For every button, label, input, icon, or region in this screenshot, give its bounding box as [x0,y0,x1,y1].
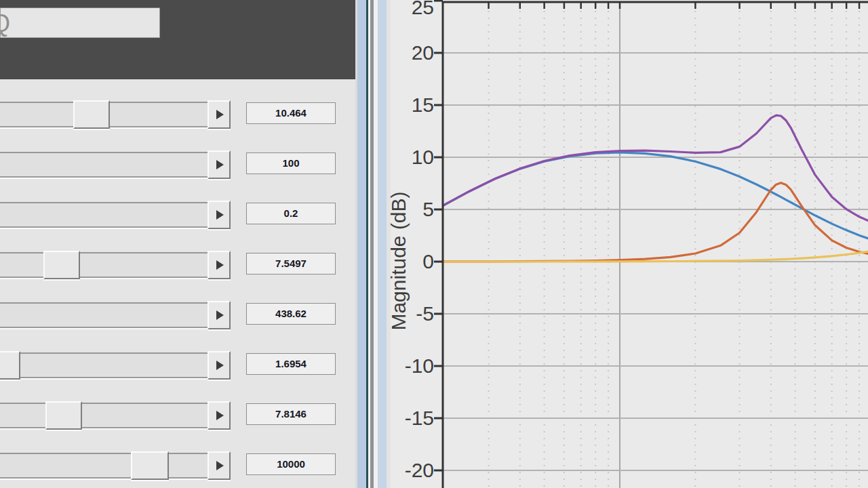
slider-track[interactable] [0,453,208,479]
right-arrow-icon [216,461,224,470]
slider-row: 100 [0,150,355,182]
slider-track[interactable] [0,352,208,378]
right-arrow-icon [216,110,224,119]
slider-right-arrow-button[interactable] [208,150,231,179]
slider-row: 7.5497 [0,251,355,282]
slider-value-field[interactable]: 7.5497 [246,253,336,274]
slider-track[interactable] [0,202,208,228]
y-tick-label: -10 [372,354,434,378]
slider-thumb[interactable] [73,100,110,129]
y-tick-label: -15 [372,407,434,430]
y-tick-label: 25 [372,0,434,19]
right-arrow-icon [216,361,224,370]
right-arrow-icon [216,310,224,320]
y-axis-label: Magnitude (dB) [387,191,410,330]
slider-value-field[interactable]: 100 [246,152,336,174]
slider-track[interactable] [0,152,208,178]
slider-thumb[interactable] [43,251,80,279]
slider-track[interactable] [0,302,208,328]
right-arrow-icon [216,160,224,169]
y-tick-label: -20 [372,459,434,482]
band1-response [443,152,868,239]
slider-thumb[interactable] [131,451,169,480]
slider-right-arrow-button[interactable] [208,251,231,279]
slider-thumb[interactable] [0,351,20,380]
slider-right-arrow-button[interactable] [208,301,231,329]
slider-track[interactable] [0,252,208,278]
band2-response [443,183,868,262]
slider-row: 7.8146 [0,401,355,432]
slider-value-field[interactable]: 7.8146 [246,403,336,425]
slider-value-field[interactable]: 10.464 [246,102,336,124]
title-input-text: Q [0,9,159,38]
slider-right-arrow-button[interactable] [208,451,231,480]
slider-row: 1.6954 [0,351,355,382]
slider-row: 0.2 [0,201,355,232]
slider-value-field[interactable]: 1.6954 [246,353,336,375]
slider-value-field[interactable]: 0.2 [246,203,336,224]
right-arrow-icon [216,260,224,270]
slider-row: 10000 [0,451,355,483]
total-response [443,115,868,221]
slider-row: 10.464 [0,100,355,131]
slider-right-arrow-button[interactable] [208,401,231,430]
right-arrow-icon [216,411,224,420]
band3-response [443,251,868,262]
slider-value-field[interactable]: 438.62 [246,303,336,325]
left-window-edge [357,0,366,488]
y-tick-label: 10 [372,146,434,169]
slider-thumb[interactable] [45,401,82,430]
slider-right-arrow-button[interactable] [208,351,231,380]
title-input[interactable]: Q [0,7,160,38]
control-panel: Q 10.464 100 0.2 7.5497 [0,0,355,488]
y-tick-label: 15 [372,94,434,117]
slider-row: 438.62 [0,301,355,332]
slider-right-arrow-button[interactable] [208,100,231,129]
y-tick-label: 20 [372,41,434,64]
slider-value-field[interactable]: 10000 [246,453,336,475]
slider-right-arrow-button[interactable] [208,201,231,229]
right-arrow-icon [216,210,224,220]
bode-magnitude-chart [375,0,868,488]
slider-track[interactable] [0,403,208,428]
header-bar: Q [0,0,355,79]
